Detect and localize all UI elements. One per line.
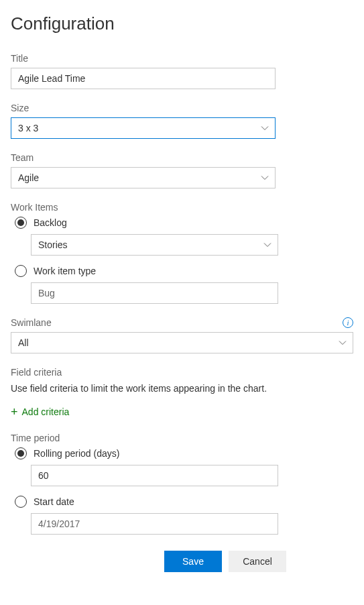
rolling-radio-row: Rolling period (days) bbox=[15, 447, 353, 459]
page-title: Configuration bbox=[11, 13, 353, 34]
add-criteria-label: Add criteria bbox=[22, 406, 70, 417]
work-items-label: Work Items bbox=[11, 202, 353, 213]
add-criteria-link[interactable]: + Add criteria bbox=[11, 406, 353, 418]
backlog-radio-label: Backlog bbox=[34, 217, 67, 228]
rolling-period-label: Rolling period (days) bbox=[34, 448, 119, 459]
rolling-period-radio[interactable] bbox=[15, 447, 27, 459]
backlog-radio[interactable] bbox=[15, 217, 27, 229]
start-date-label: Start date bbox=[34, 496, 74, 507]
field-criteria-group: Field criteria Use field criteria to lim… bbox=[11, 367, 353, 418]
work-item-type-value: Bug bbox=[31, 282, 278, 304]
title-field-group: Title bbox=[11, 53, 353, 89]
size-label: Size bbox=[11, 103, 353, 113]
start-date-radio-row: Start date bbox=[15, 496, 353, 508]
time-period-label: Time period bbox=[11, 433, 353, 443]
cancel-button[interactable]: Cancel bbox=[229, 551, 286, 572]
button-row: Save Cancel bbox=[21, 551, 286, 572]
backlog-radio-row: Backlog bbox=[15, 217, 353, 229]
team-label: Team bbox=[11, 152, 353, 163]
field-criteria-helper: Use field criteria to limit the work ite… bbox=[11, 383, 353, 394]
team-select[interactable]: Agile bbox=[11, 167, 276, 188]
size-select[interactable]: 3 x 3 bbox=[11, 117, 276, 139]
swimlane-select[interactable]: All bbox=[11, 332, 353, 353]
team-field-group: Team Agile bbox=[11, 152, 353, 188]
work-item-type-radio[interactable] bbox=[15, 265, 27, 277]
backlog-select[interactable]: Stories bbox=[31, 234, 278, 256]
save-button[interactable]: Save bbox=[164, 551, 222, 572]
work-item-type-radio-label: Work item type bbox=[34, 266, 96, 276]
swimlane-group: Swimlane i All bbox=[11, 317, 353, 353]
work-items-group: Work Items Backlog Stories Work item typ… bbox=[11, 202, 353, 304]
plus-icon: + bbox=[11, 406, 18, 418]
rolling-period-input[interactable] bbox=[31, 465, 278, 486]
swimlane-label: Swimlane bbox=[11, 317, 52, 328]
title-label: Title bbox=[11, 53, 353, 64]
start-date-value: 4/19/2017 bbox=[31, 513, 278, 535]
info-icon[interactable]: i bbox=[343, 317, 353, 328]
wit-radio-row: Work item type bbox=[15, 265, 353, 277]
start-date-radio[interactable] bbox=[15, 496, 27, 508]
time-period-group: Time period Rolling period (days) Start … bbox=[11, 433, 353, 535]
title-input[interactable] bbox=[11, 68, 276, 89]
field-criteria-heading: Field criteria bbox=[11, 367, 353, 378]
size-field-group: Size 3 x 3 bbox=[11, 103, 353, 139]
